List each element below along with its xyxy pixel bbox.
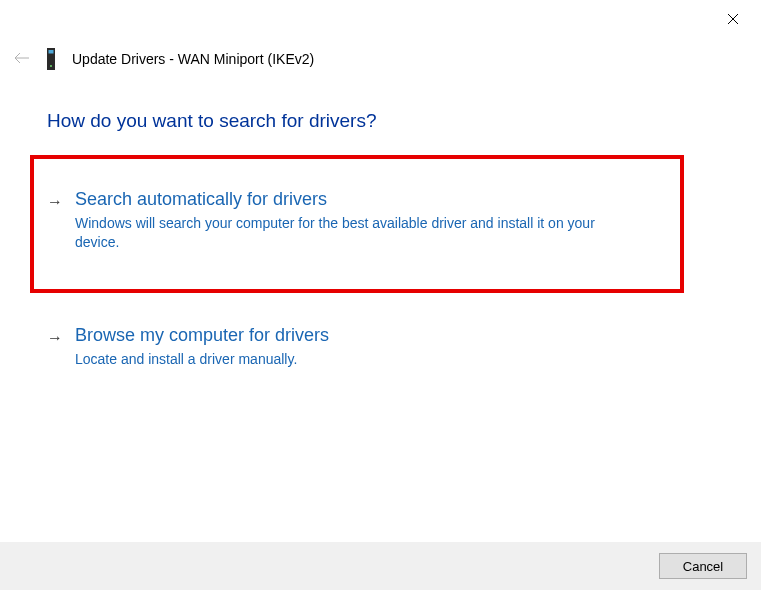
close-button[interactable]: [723, 10, 743, 30]
back-arrow-icon: [14, 51, 30, 67]
arrow-right-icon: →: [47, 325, 63, 351]
option-search-automatically[interactable]: → Search automatically for drivers Windo…: [47, 189, 687, 252]
dialog-footer: Cancel: [0, 542, 761, 590]
cancel-button[interactable]: Cancel: [659, 553, 747, 579]
dialog-header: Update Drivers - WAN Miniport (IKEv2): [14, 48, 314, 70]
device-icon: [44, 48, 58, 70]
option-description: Locate and install a driver manually.: [75, 350, 635, 369]
option-body: Search automatically for drivers Windows…: [75, 189, 687, 252]
option-title: Search automatically for drivers: [75, 189, 687, 210]
page-heading: How do you want to search for drivers?: [47, 110, 377, 132]
option-body: Browse my computer for drivers Locate an…: [75, 325, 687, 369]
svg-rect-1: [49, 50, 54, 54]
option-description: Windows will search your computer for th…: [75, 214, 635, 252]
svg-point-2: [50, 65, 52, 67]
option-title: Browse my computer for drivers: [75, 325, 687, 346]
arrow-right-icon: →: [47, 189, 63, 215]
dialog-title: Update Drivers - WAN Miniport (IKEv2): [72, 51, 314, 67]
option-browse-computer[interactable]: → Browse my computer for drivers Locate …: [47, 325, 687, 369]
